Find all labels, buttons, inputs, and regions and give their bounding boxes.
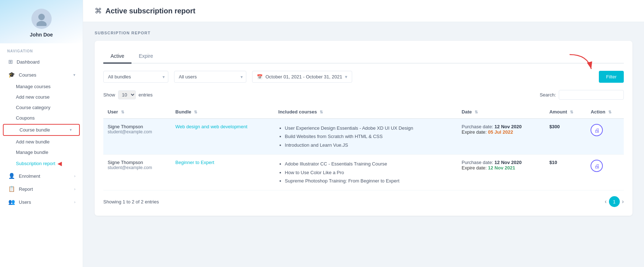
sort-icon: ⇅ [194,110,197,114]
table-row: Signe Thompsonstudent@example.comWeb des… [103,119,624,155]
date-cell: Purchase date: 12 Nov 2020 Expire date: … [457,155,545,190]
print-button[interactable]: 🖨 [591,160,603,172]
date-range-value: October 01, 2021 - October 31, 2021 [265,74,342,79]
list-item: Build Websites from Scratch with HTML & … [285,132,453,141]
sidebar-item-label: Courses [19,72,36,78]
list-item: Supreme Photoshop Training: From Beginne… [285,177,453,185]
show-label: Show [103,92,115,98]
col-user: User ⇅ [103,105,171,119]
action-cell: 🖨 [586,155,624,190]
entries-select[interactable]: 10 25 50 [118,90,136,99]
pagination: Showing 1 to 2 of 2 entries ‹ 1 › [103,196,624,207]
chevron-down-icon: ▾ [73,73,75,77]
date-range-picker[interactable]: 📅 October 01, 2021 - October 31, 2021 ▾ [252,71,352,83]
col-bundle: Bundle ⇅ [171,105,274,119]
subscription-report-label: Subscription report [16,161,55,166]
sidebar-header: John Doe [0,0,83,43]
section-title: SUBSCRIPTION REPORT [95,31,632,35]
sidebar-item-subscription-report[interactable]: Subscription report ◀ [0,158,83,169]
amount-value: $300 [549,124,560,129]
username: John Doe [30,32,53,38]
content-area: SUBSCRIPTION REPORT Active Expire All bu… [83,22,644,267]
showing-text: Showing 1 to 2 of 2 entries [103,199,159,204]
dashboard-icon: ⊞ [8,59,13,65]
user-email: student@example.com [108,165,167,170]
sidebar-item-enrolment[interactable]: 👤 Enrolment › [0,169,83,182]
sidebar: John Doe NAVIGATION ⊞ Dashboard 🎓 Course… [0,0,83,267]
action-cell: 🖨 [586,119,624,155]
sidebar-item-add-new-course[interactable]: Add new course [0,92,83,102]
tab-expire[interactable]: Expire [131,49,160,64]
report-icon: 📋 [8,186,15,192]
filters-row: All bundles ▾ All users ▾ 📅 October 01, … [103,71,624,83]
courses-sub-nav: Manage courses Add new course Course cat… [0,81,83,169]
page-title: Active subscription report [105,7,195,15]
col-action: Action ⇅ [586,105,624,119]
courses-icon: 🎓 [8,72,15,78]
bundle-link[interactable]: Web design and web development [176,124,247,129]
next-page-button[interactable]: › [622,198,624,205]
sidebar-item-manage-bundle[interactable]: Manage bundle [0,147,83,158]
amount-cell: $10 [545,155,587,190]
sidebar-item-users[interactable]: 👥 Users › [0,195,83,208]
nav-label: NAVIGATION [0,43,83,55]
users-filter[interactable]: All users [174,71,246,83]
bundle-cell: Web design and web development [171,119,274,155]
red-arrow-indicator [566,53,595,74]
sidebar-item-report[interactable]: 📋 Report › [0,182,83,195]
expire-date: Expire date: 05 Jul 2022 [462,129,541,135]
search-input[interactable] [559,90,624,100]
purchase-date: Purchase date: 12 Nov 2020 [462,124,541,129]
sidebar-item-add-new-bundle[interactable]: Add new bundle [0,137,83,147]
search-box: Search: [540,90,624,100]
bundles-filter[interactable]: All bundles [103,71,168,83]
print-button[interactable]: 🖨 [591,124,603,136]
date-cell: Purchase date: 12 Nov 2020 Expire date: … [457,119,545,155]
col-amount: Amount ⇅ [545,105,587,119]
sidebar-item-label: Enrolment [19,173,40,179]
page-1-button[interactable]: 1 [609,196,620,207]
sidebar-item-coupons[interactable]: Coupons [0,113,83,123]
entries-label: entries [139,92,153,98]
sort-icon: ⇅ [570,110,573,114]
data-table: User ⇅ Bundle ⇅ Included courses ⇅ Dat [103,105,624,190]
subscription-report-card: Active Expire All bundles ▾ All users ▾ [95,41,632,216]
bundle-cell: Beginner to Expert [171,155,274,190]
page-buttons: ‹ 1 › [605,196,624,207]
bundles-filter-wrapper: All bundles ▾ [103,71,168,83]
sidebar-item-label: Report [19,186,33,192]
course-bundle-label: Course bundle [20,127,50,133]
prev-page-button[interactable]: ‹ [605,198,606,205]
sort-icon: ⇅ [121,110,124,114]
sidebar-item-course-category[interactable]: Course category [0,102,83,113]
svg-point-1 [36,21,47,26]
main-content: ⌘ Active subscription report SUBSCRIPTIO… [83,0,644,267]
expire-date: Expire date: 12 Nov 2021 [462,165,541,171]
sort-icon: ⇅ [475,110,478,114]
show-entries: Show 10 25 50 entries [103,90,153,99]
sidebar-item-label: Users [19,199,31,205]
user-name: Signe Thompson [108,124,167,129]
sidebar-item-course-bundle[interactable]: Course bundle ▾ [3,124,80,136]
tabs: Active Expire [103,49,624,64]
calendar-icon: 📅 [257,74,263,79]
search-label: Search: [540,92,556,98]
col-included-courses: Included courses ⇅ [274,105,457,119]
sidebar-item-dashboard[interactable]: ⊞ Dashboard [0,55,83,68]
bundle-link[interactable]: Beginner to Expert [176,160,215,165]
red-arrow-left-icon: ◀ [57,160,62,167]
list-item: Adobe Illustrator CC - Essentials Traini… [285,160,453,168]
sidebar-item-manage-courses[interactable]: Manage courses [0,81,83,92]
tab-active[interactable]: Active [103,49,131,64]
page-header: ⌘ Active subscription report [83,0,644,22]
user-cell: Signe Thompsonstudent@example.com [103,119,171,155]
svg-point-0 [38,14,45,20]
list-item: Introduction and Learn Vue.JS [285,141,453,149]
sort-icon: ⇅ [320,110,323,114]
avatar [31,9,52,29]
filter-button[interactable]: Filter [599,71,624,83]
sidebar-item-courses[interactable]: 🎓 Courses ▾ [0,68,83,81]
list-item: How to Use Color Like a Pro [285,168,453,177]
chevron-right-icon: › [74,200,75,204]
table-row: Signe Thompsonstudent@example.comBeginne… [103,155,624,190]
